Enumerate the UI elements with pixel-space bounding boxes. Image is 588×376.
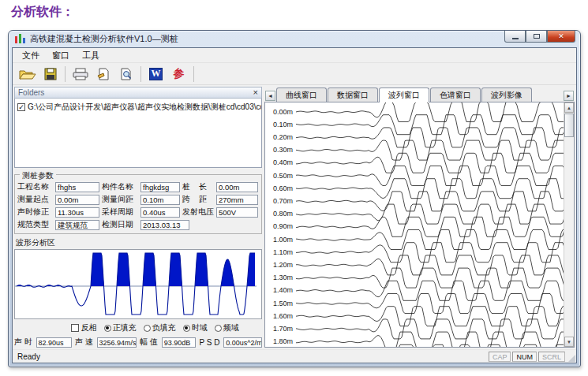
maximize-button[interactable] <box>526 31 547 43</box>
preview-button[interactable] <box>115 65 137 84</box>
depth-label: 1.60m <box>273 312 293 320</box>
input-sound-time-correction[interactable]: 11.30us <box>55 207 99 218</box>
depth-label: 1.30m <box>273 274 293 281</box>
param-label: 测量间距 <box>99 194 140 205</box>
resize-grip-icon[interactable] <box>568 355 575 362</box>
input-emission-voltage[interactable]: 500V <box>216 207 258 218</box>
tab-wave-image[interactable]: 波列影像 <box>481 87 532 102</box>
psd-label: P S D <box>199 338 222 347</box>
menu-item-file[interactable]: 文件 <box>16 48 46 63</box>
waveform-trace <box>296 128 567 147</box>
toolbar-separator <box>140 66 141 82</box>
readout-sound-velocity[interactable]: 3256.94m/s <box>97 337 137 348</box>
readout-psd[interactable]: 0.00us^2/m <box>223 337 262 348</box>
negative-fill-radio[interactable]: 负填充 <box>144 322 176 333</box>
radio-selected-icon[interactable] <box>183 325 190 332</box>
waveform-line <box>17 253 255 315</box>
waveform-positive-fill <box>17 253 255 286</box>
print-preview-icon <box>119 68 133 80</box>
tab-bar: ◄ 曲线窗口 数据窗口 波列窗口 色谱窗口 波列影像 ► <box>264 87 575 102</box>
waveform-trace <box>296 102 567 122</box>
checkbox-icon[interactable] <box>71 324 79 332</box>
input-measure-start[interactable]: 0.00m <box>55 195 99 205</box>
menu-item-tools[interactable]: 工具 <box>76 48 106 63</box>
waveform-trace <box>296 255 567 275</box>
open-button[interactable] <box>17 65 38 84</box>
waveform-trace <box>296 192 567 211</box>
folders-tree[interactable]: ✓ G:\公司产品设计开发\超声仪器\超声仪实地检测数据\测桩cd\cd03\c… <box>14 99 262 169</box>
open-folder-icon <box>19 68 36 80</box>
tab-scroll-right-icon[interactable]: ► <box>564 91 574 101</box>
print-button[interactable] <box>69 65 91 84</box>
minimize-button[interactable] <box>504 31 526 43</box>
tab-data-window[interactable]: 数据窗口 <box>328 87 378 102</box>
save-icon <box>44 68 57 80</box>
waveform-trace <box>296 344 567 348</box>
sound-time-label: 声 时 <box>14 337 35 348</box>
close-button[interactable]: ✕ <box>547 31 575 43</box>
wave-train-traces <box>296 102 568 348</box>
toolbar: W 参 <box>13 63 576 85</box>
word-export-button[interactable]: W <box>145 65 167 84</box>
scroll-down-icon[interactable]: ▼ <box>564 337 574 347</box>
window-titlebar[interactable]: 高铁建混凝土检测分析软件V1.0—测桩 ✕ <box>12 31 577 47</box>
time-domain-radio[interactable]: 时域 <box>183 322 208 333</box>
scrollbar-thumb[interactable] <box>564 114 574 137</box>
invert-label: 反相 <box>81 322 97 333</box>
input-test-date[interactable]: 2013.03.13 <box>140 220 189 230</box>
input-span[interactable]: 270mm <box>216 195 258 205</box>
tab-curve-window[interactable]: 曲线窗口 <box>276 87 327 102</box>
depth-label: 0.00m <box>273 108 293 116</box>
tab-scroll-left-icon[interactable]: ◄ <box>265 91 275 101</box>
main-area: Folders × ✓ G:\公司产品设计开发\超声仪器\超声仪实地检测数据\测… <box>13 85 576 349</box>
tab-wave-train-window[interactable]: 波列窗口 <box>379 87 429 102</box>
input-project-name[interactable]: fhghs <box>55 182 99 192</box>
depth-label: 0.60m <box>273 184 293 192</box>
display-options-row: 反相 正填充 负填充 时域 频域 <box>71 322 262 333</box>
folders-close-icon[interactable]: × <box>253 88 258 96</box>
depth-label: 0.90m <box>273 222 293 230</box>
radio-icon[interactable] <box>144 325 151 332</box>
readouts-row: 声 时 82.90us 声 速 3256.94m/s 幅 值 93.90dB P… <box>14 337 262 348</box>
tree-item[interactable]: ✓ G:\公司产品设计开发\超声仪器\超声仪实地检测数据\测桩cd\cd03\c… <box>17 102 259 113</box>
negative-fill-label: 负填充 <box>152 322 176 333</box>
params-button[interactable]: 参 <box>168 65 189 84</box>
menu-bar: 文件 窗口 工具 <box>13 48 576 63</box>
waveform-trace <box>296 281 567 300</box>
positive-fill-label: 正填充 <box>113 322 137 333</box>
param-label: 测量起点 <box>17 194 55 205</box>
printer-icon <box>73 68 88 80</box>
depth-label: 0.80m <box>273 210 293 218</box>
input-measure-spacing[interactable]: 0.10m <box>140 195 180 205</box>
positive-fill-radio[interactable]: 正填充 <box>104 322 137 333</box>
tab-spectrum-window[interactable]: 色谱窗口 <box>430 87 481 102</box>
export-button[interactable] <box>92 65 114 84</box>
waveform-analysis-plot[interactable] <box>14 249 262 319</box>
toolbar-separator <box>65 66 66 82</box>
vertical-scrollbar[interactable]: ▲ ▼ <box>564 102 574 347</box>
param-label: 跨 距 <box>180 194 216 205</box>
radio-icon[interactable] <box>215 325 222 332</box>
maximize-icon <box>534 34 540 39</box>
input-pile-length[interactable]: 0.00m <box>216 182 258 192</box>
depth-label: 0.50m <box>273 172 293 180</box>
freq-domain-radio[interactable]: 频域 <box>215 322 239 333</box>
depth-label: 0.70m <box>273 197 293 205</box>
pile-params-legend: 测桩参数 <box>20 170 56 181</box>
radio-selected-icon[interactable] <box>104 325 111 332</box>
wave-train-area[interactable]: 0.00m0.10m0.20m0.30m0.40m0.50m0.60m0.70m… <box>264 102 575 348</box>
checkbox-checked-icon[interactable]: ✓ <box>17 103 25 111</box>
save-button[interactable] <box>39 65 61 84</box>
invert-checkbox[interactable]: 反相 <box>71 322 97 333</box>
input-sampling-period[interactable]: 0.40us <box>140 207 180 218</box>
scroll-up-icon[interactable]: ▲ <box>564 102 574 113</box>
readout-amplitude[interactable]: 93.90dB <box>162 337 197 348</box>
menu-item-window[interactable]: 窗口 <box>46 48 76 63</box>
param-label: 桩 长 <box>180 181 216 192</box>
depth-label: 0.40m <box>273 158 293 166</box>
input-standard-type[interactable]: 建筑规范 <box>55 220 99 230</box>
readout-sound-time[interactable]: 82.90us <box>36 337 72 348</box>
input-component-name[interactable]: fhgkdsg <box>140 182 180 192</box>
folders-panel-header[interactable]: Folders × <box>14 87 262 99</box>
param-label: 声时修正 <box>17 207 55 218</box>
